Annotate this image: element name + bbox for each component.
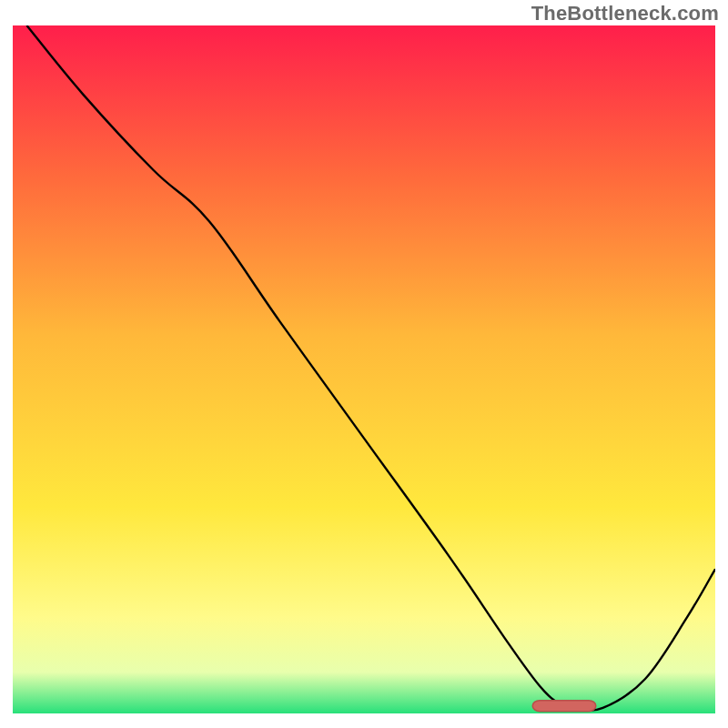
plot-svg: [13, 25, 715, 713]
chart-canvas: TheBottleneck.com: [0, 0, 728, 728]
gradient-background: [13, 25, 715, 713]
watermark-text: TheBottleneck.com: [531, 2, 719, 25]
optimal-range-marker: [532, 701, 595, 712]
plot-area: [13, 25, 715, 713]
